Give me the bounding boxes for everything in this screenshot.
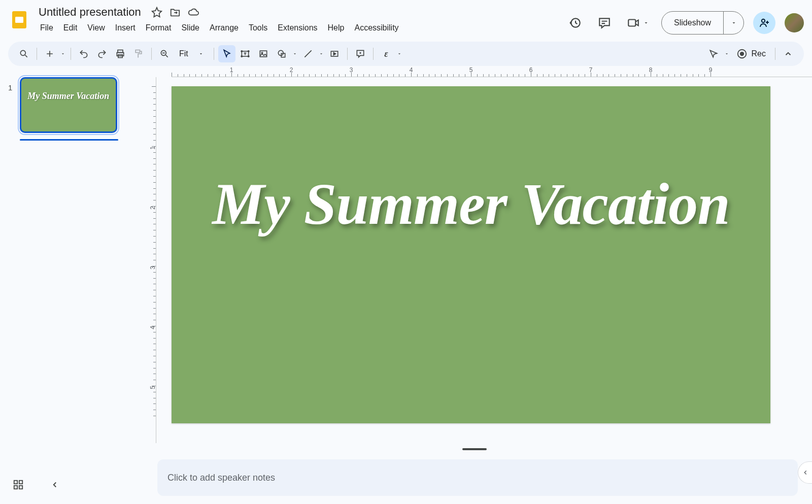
- select-tool[interactable]: [218, 45, 235, 62]
- share-button[interactable]: [753, 12, 775, 34]
- filmstrip: 1 My Summer Vacation: [0, 67, 137, 504]
- slide-title-text[interactable]: My Summer Vacation: [212, 171, 730, 238]
- line-dropdown[interactable]: [318, 45, 325, 62]
- script-dropdown[interactable]: [396, 45, 403, 62]
- pointer-dropdown[interactable]: [723, 45, 730, 62]
- pointer-tool[interactable]: [705, 45, 722, 62]
- chevron-down-icon: [731, 20, 737, 26]
- paint-format-button[interactable]: [130, 45, 147, 62]
- svg-point-23: [739, 52, 743, 56]
- slide-canvas[interactable]: My Summer Vacation: [172, 86, 770, 423]
- shape-dropdown[interactable]: [291, 45, 298, 62]
- undo-button[interactable]: [75, 45, 92, 62]
- shape-tool[interactable]: [273, 45, 290, 62]
- svg-rect-1: [15, 17, 23, 23]
- new-slide-dropdown[interactable]: [59, 45, 66, 62]
- search-menus-button[interactable]: [15, 45, 32, 62]
- svg-rect-4: [628, 20, 635, 26]
- slide-number: 1: [8, 83, 12, 92]
- move-icon[interactable]: [170, 7, 181, 18]
- svg-rect-26: [14, 486, 17, 489]
- menu-insert[interactable]: Insert: [111, 21, 140, 35]
- slides-logo[interactable]: [8, 5, 30, 35]
- svg-rect-27: [19, 486, 22, 489]
- menu-slide[interactable]: Slide: [177, 21, 204, 35]
- svg-rect-25: [19, 481, 22, 484]
- thumb-title: My Summer Vacation: [27, 91, 109, 102]
- line-tool[interactable]: [299, 45, 317, 62]
- ruler-vertical[interactable]: 12345: [146, 77, 156, 443]
- menu-help[interactable]: Help: [323, 21, 349, 35]
- svg-rect-17: [260, 51, 266, 57]
- menu-file[interactable]: File: [36, 21, 58, 35]
- svg-point-5: [762, 19, 765, 22]
- svg-rect-24: [14, 481, 17, 484]
- star-icon[interactable]: [151, 7, 162, 18]
- account-avatar[interactable]: [785, 13, 804, 32]
- svg-point-13: [241, 51, 243, 52]
- menu-view[interactable]: View: [83, 21, 109, 35]
- menu-format[interactable]: Format: [141, 21, 176, 35]
- svg-point-14: [248, 51, 249, 52]
- record-label: Rec: [752, 49, 766, 58]
- canvas-area: 123456789 12345 My Summer Vacation Click…: [137, 67, 812, 504]
- textbox-tool[interactable]: [236, 45, 254, 62]
- document-title[interactable]: Untitled presentation: [36, 5, 144, 20]
- svg-point-15: [241, 56, 243, 57]
- menu-bar: File Edit View Insert Format Slide Arran…: [36, 21, 403, 35]
- slideshow-label[interactable]: Slideshow: [662, 12, 723, 34]
- toolbar: Fit ε: [8, 42, 804, 66]
- zoom-out-icon[interactable]: [156, 45, 173, 62]
- zoom-value: Fit: [179, 49, 188, 58]
- collapse-toolbar-button[interactable]: [780, 45, 797, 62]
- svg-point-16: [248, 56, 249, 57]
- slide-thumbnail-1[interactable]: My Summer Vacation: [20, 77, 118, 141]
- image-tool[interactable]: [255, 45, 272, 62]
- chevron-down-icon: [198, 51, 204, 56]
- menu-edit[interactable]: Edit: [59, 21, 82, 35]
- comment-tool[interactable]: [352, 45, 369, 62]
- svg-rect-10: [136, 50, 140, 53]
- ruler-horizontal[interactable]: 123456789: [156, 67, 812, 77]
- print-button[interactable]: [112, 45, 129, 62]
- notes-resize-handle[interactable]: [462, 448, 487, 450]
- speaker-notes-placeholder: Click to add speaker notes: [167, 473, 275, 483]
- version-history-icon[interactable]: [565, 13, 585, 33]
- slideshow-button[interactable]: Slideshow: [661, 11, 744, 35]
- slideshow-dropdown[interactable]: [723, 12, 743, 34]
- cloud-status-icon[interactable]: [188, 7, 199, 18]
- explore-button[interactable]: [8, 475, 28, 495]
- comments-icon[interactable]: [594, 13, 615, 33]
- video-tool[interactable]: [326, 45, 343, 62]
- menu-accessibility[interactable]: Accessibility: [350, 21, 403, 35]
- menu-arrange[interactable]: Arrange: [205, 21, 243, 35]
- meet-button[interactable]: [624, 16, 652, 29]
- new-slide-button[interactable]: [41, 45, 58, 62]
- speaker-notes[interactable]: Click to add speaker notes: [157, 459, 798, 496]
- chevron-down-icon: [643, 20, 649, 26]
- menu-tools[interactable]: Tools: [244, 21, 272, 35]
- side-panel-toggle[interactable]: [798, 461, 812, 484]
- script-tool[interactable]: ε: [378, 45, 395, 62]
- zoom-select[interactable]: Fit: [174, 46, 210, 61]
- record-button[interactable]: Rec: [731, 45, 771, 62]
- menu-extensions[interactable]: Extensions: [273, 21, 322, 35]
- svg-point-6: [20, 50, 25, 55]
- redo-button[interactable]: [93, 45, 111, 62]
- hide-filmstrip-button[interactable]: [45, 475, 65, 495]
